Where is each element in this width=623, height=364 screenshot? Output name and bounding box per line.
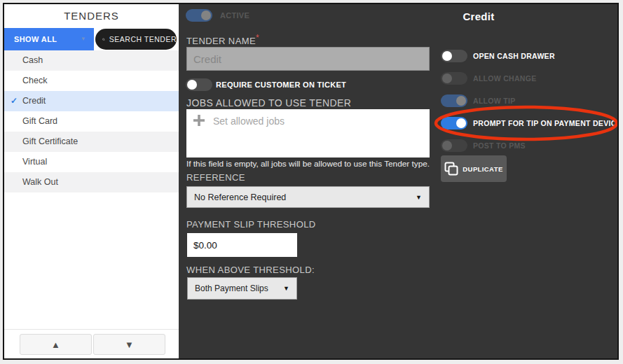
post-to-pms-toggle[interactable] [441, 139, 467, 152]
list-item-virtual[interactable]: Virtual [4, 152, 179, 172]
prompt-for-tip-toggle[interactable] [441, 117, 467, 130]
checkmark-icon: ✓ [11, 91, 18, 111]
plus-icon [193, 114, 205, 127]
tender-name-label: TENDER NAME* [186, 33, 259, 46]
list-item-walk-out[interactable]: Walk Out [4, 172, 179, 192]
list-item-label: Gift Card [22, 116, 57, 126]
dropdown-arrow-icon: ▼ [283, 285, 289, 292]
list-item-label: Credit [22, 96, 46, 106]
show-all-dropdown[interactable]: SHOW ALL ▼ [4, 28, 94, 50]
search-input[interactable]: SEARCH TENDER [95, 29, 177, 50]
toggle-knob [456, 96, 466, 106]
detail-title: Credit [419, 10, 538, 22]
filter-row: SHOW ALL ▼ SEARCH TENDER [4, 28, 179, 50]
required-asterisk: * [256, 33, 259, 43]
toggle-knob [201, 10, 211, 20]
require-customer-label: REQUIRE CUSTOMER ON TICKET [216, 78, 346, 91]
above-threshold-label: WHEN ABOVE THRESHOLD: [186, 265, 315, 275]
tender-name-input[interactable] [186, 47, 430, 71]
down-triangle-icon: ▼ [125, 340, 134, 350]
post-to-pms-label: POST TO PMS [473, 139, 526, 152]
list-scroll-controls: ▲ ▼ [4, 329, 179, 358]
prompt-for-tip-label: PROMPT FOR TIP ON PAYMENT DEVICE [473, 117, 619, 130]
sidebar-title: TENDERS [4, 4, 179, 28]
duplicate-icon [444, 162, 458, 176]
list-item-label: Cash [22, 55, 43, 65]
duplicate-button[interactable]: DUPLICATE [441, 155, 507, 182]
show-all-label: SHOW ALL [14, 35, 57, 43]
set-allowed-jobs-field[interactable]: Set allowed jobs [186, 109, 430, 158]
jobs-helper-text: If this field is empty, all jobs will be… [186, 159, 434, 169]
open-cash-drawer-toggle[interactable] [441, 50, 467, 62]
allow-tip-toggle[interactable] [441, 94, 467, 107]
list-item-label: Walk Out [22, 177, 58, 187]
toggle-knob [442, 51, 452, 61]
active-label: ACTIVE [220, 9, 249, 22]
allow-change-toggle[interactable] [441, 72, 467, 85]
list-item-check[interactable]: Check [4, 71, 179, 91]
dropdown-arrow-icon: ▼ [416, 194, 422, 201]
threshold-label: PAYMENT SLIP THRESHOLD [186, 219, 316, 230]
list-item-label: Gift Certificate [22, 136, 78, 146]
require-customer-toggle[interactable] [186, 78, 212, 91]
allow-tip-label: ALLOW TIP [473, 94, 515, 107]
reference-dropdown[interactable]: No Reference Required ▼ [186, 186, 430, 208]
list-item-credit[interactable]: ✓ Credit [4, 91, 179, 111]
search-icon [102, 34, 105, 45]
list-item-gift-certificate[interactable]: Gift Certificate [4, 132, 179, 152]
toggle-knob [187, 80, 197, 90]
above-threshold-dropdown[interactable]: Both Payment Slips ▼ [187, 277, 297, 300]
reference-label: REFERENCE [186, 172, 245, 183]
toggle-knob [456, 118, 466, 128]
scroll-up-button[interactable]: ▲ [20, 334, 92, 355]
list-item-cash[interactable]: Cash [4, 50, 179, 71]
scroll-down-button[interactable]: ▼ [93, 334, 165, 355]
allow-change-label: ALLOW CHANGE [473, 72, 537, 85]
list-item-label: Virtual [22, 157, 47, 167]
tenders-sidebar: TENDERS SHOW ALL ▼ SEARCH TENDER Cash Ch… [4, 4, 179, 358]
tender-list: Cash Check ✓ Credit Gift Card Gift Certi… [4, 50, 179, 192]
jobs-allowed-label: JOBS ALLOWED TO USE TENDER [186, 97, 351, 108]
chevron-down-icon: ▼ [81, 28, 86, 50]
open-cash-drawer-label: OPEN CASH DRAWER [473, 50, 555, 62]
reference-value: No Reference Required [194, 192, 413, 202]
search-placeholder: SEARCH TENDER [109, 35, 177, 43]
list-item-gift-card[interactable]: Gift Card [4, 111, 179, 132]
tender-name-label-text: TENDER NAME [186, 36, 256, 46]
threshold-input[interactable] [187, 233, 297, 257]
active-toggle[interactable] [186, 9, 212, 22]
toggle-knob [442, 74, 452, 83]
up-triangle-icon: ▲ [51, 340, 60, 350]
app-frame: TENDERS SHOW ALL ▼ SEARCH TENDER Cash Ch… [3, 3, 619, 360]
above-threshold-value: Both Payment Slips [195, 284, 280, 293]
duplicate-label: DUPLICATE [463, 165, 502, 173]
jobs-placeholder: Set allowed jobs [213, 115, 285, 127]
list-item-label: Check [22, 76, 47, 85]
toggle-knob [442, 141, 452, 150]
